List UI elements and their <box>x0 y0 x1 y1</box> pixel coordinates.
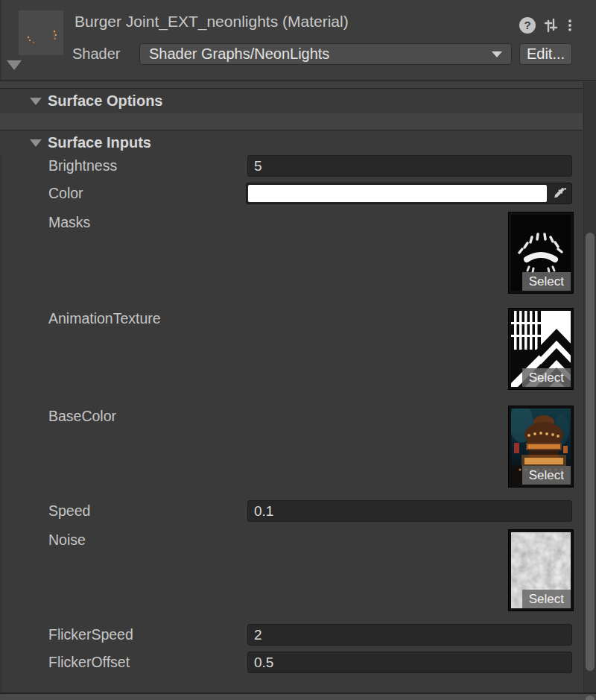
chevron-down-icon <box>492 51 502 57</box>
material-title: Burger Joint_EXT_neonlights (Material) <box>74 13 349 31</box>
speed-label: Speed <box>48 500 90 522</box>
spacer-band <box>0 81 583 88</box>
material-preview-thumbnail[interactable] <box>19 10 63 55</box>
foldout-arrow-icon[interactable] <box>7 60 22 70</box>
presets-icon[interactable] <box>541 16 560 35</box>
material-inspector-panel: Burger Joint_EXT_neonlights (Material) ?… <box>0 0 596 700</box>
flicker-speed-label: FlickerSpeed <box>48 624 133 646</box>
brightness-input[interactable] <box>247 155 572 177</box>
material-preview-image <box>19 10 63 55</box>
masks-texture-slot[interactable]: Select <box>508 212 574 294</box>
scrollbar-thumb[interactable] <box>586 233 595 671</box>
color-field[interactable] <box>246 183 572 204</box>
masks-label: Masks <box>48 212 90 233</box>
preview-pane-handle[interactable] <box>586 696 595 700</box>
foldout-arrow-icon <box>30 98 42 105</box>
svg-text:?: ? <box>524 19 530 31</box>
section-label: Surface Options <box>48 92 162 110</box>
animation-texture-slot[interactable]: Select <box>508 308 574 390</box>
surface-options-foldout[interactable]: Surface Options <box>0 89 583 113</box>
brightness-label: Brightness <box>48 155 117 177</box>
eyedropper-icon[interactable] <box>548 183 571 204</box>
color-label: Color <box>48 183 83 204</box>
base-color-select-button[interactable]: Select <box>522 466 571 485</box>
help-icon[interactable]: ? <box>518 16 537 35</box>
noise-label: Noise <box>48 529 86 551</box>
base-color-texture-slot[interactable]: Select <box>508 406 574 488</box>
flicker-speed-input[interactable] <box>247 624 572 646</box>
noise-texture-slot[interactable]: Select <box>508 529 574 611</box>
base-color-label: BaseColor <box>48 406 116 427</box>
shader-label: Shader <box>72 45 121 63</box>
animation-texture-select-button[interactable]: Select <box>522 368 571 387</box>
shader-dropdown-value: Shader Graphs/NeonLights <box>149 45 492 63</box>
flicker-offset-label: FlickerOffset <box>48 652 130 673</box>
section-label: Surface Inputs <box>48 134 151 151</box>
preview-pane-divider[interactable] <box>0 694 596 700</box>
speed-input[interactable] <box>247 500 572 522</box>
animation-texture-label: AnimationTexture <box>48 308 161 329</box>
surface-inputs-foldout[interactable]: Surface Inputs <box>0 130 583 155</box>
masks-select-button[interactable]: Select <box>522 272 571 291</box>
section-body-band <box>0 113 583 130</box>
material-header: Burger Joint_EXT_neonlights (Material) ?… <box>0 0 596 80</box>
flicker-offset-input[interactable] <box>247 652 572 673</box>
edit-shader-button[interactable]: Edit... <box>519 43 572 65</box>
kebab-menu-icon[interactable] <box>562 16 577 35</box>
noise-select-button[interactable]: Select <box>522 590 571 608</box>
color-swatch[interactable] <box>248 185 547 202</box>
shader-dropdown[interactable]: Shader Graphs/NeonLights <box>139 43 512 65</box>
foldout-arrow-icon <box>30 139 42 147</box>
